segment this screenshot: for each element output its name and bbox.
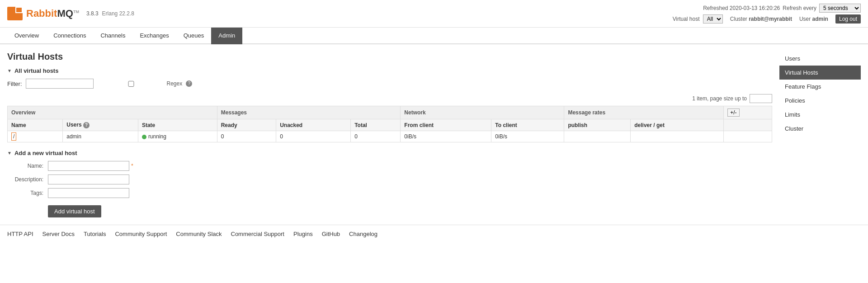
users-help-icon[interactable]: ? <box>83 122 90 128</box>
vhost-unacked-cell: 0 <box>276 131 351 142</box>
col-to-client: To client <box>491 119 564 131</box>
footer-plugins[interactable]: Plugins <box>293 231 313 237</box>
user-info: User admin <box>799 16 828 22</box>
sidebar-item-cluster[interactable]: Cluster <box>779 122 861 136</box>
col-group-overview: Overview <box>8 106 217 119</box>
nav-overview[interactable]: Overview <box>7 28 46 44</box>
footer-http-api[interactable]: HTTP API <box>7 231 33 237</box>
nav-queues[interactable]: Queues <box>176 28 212 44</box>
vhost-ready-cell: 0 <box>217 131 276 142</box>
col-empty <box>724 119 772 131</box>
add-vhost-form: Name: * Description: Tags: Add virtual h… <box>7 161 772 217</box>
vhost-total-cell: 0 <box>351 131 401 142</box>
vhost-publish-cell <box>564 131 631 142</box>
items-count-label: 1 item, page size up to <box>692 95 747 102</box>
sidebar-item-feature-flags[interactable]: Feature Flags <box>779 80 861 94</box>
regex-label[interactable]: Regex <box>97 80 183 87</box>
tags-form-label: Tags: <box>7 190 48 196</box>
all-vhosts-section-header[interactable]: ▼ All virtual hosts <box>7 67 772 74</box>
footer-server-docs[interactable]: Server Docs <box>42 231 75 237</box>
col-group-network: Network <box>401 106 564 119</box>
nav-admin[interactable]: Admin <box>211 28 242 44</box>
nav-exchanges[interactable]: Exchanges <box>132 28 176 44</box>
add-btn-row: Add virtual host <box>7 202 772 217</box>
col-total: Total <box>351 119 401 131</box>
col-users: Users ? <box>63 119 138 131</box>
footer-changelog[interactable]: Changelog <box>349 231 377 237</box>
footer-github[interactable]: GitHub <box>322 231 340 237</box>
vhost-deliver-get-cell <box>631 131 724 142</box>
status-dot <box>142 135 146 139</box>
filter-label: Filter: <box>7 80 22 87</box>
sidebar-item-users[interactable]: Users <box>779 52 861 66</box>
refreshed-timestamp: Refreshed 2020-03-13 16:20:26 <box>703 5 780 11</box>
arrow-down-icon: ▼ <box>7 68 12 73</box>
footer-community-slack[interactable]: Community Slack <box>176 231 222 237</box>
col-publish: publish <box>564 119 631 131</box>
nav-channels[interactable]: Channels <box>93 28 132 44</box>
add-arrow-icon: ▼ <box>7 151 12 156</box>
filter-input[interactable] <box>26 79 94 89</box>
vhosts-table: Overview Messages Network Message rates … <box>7 106 772 142</box>
nav: Overview Connections Channels Exchanges … <box>0 28 868 44</box>
plus-minus-cell[interactable]: +/- <box>724 106 772 119</box>
col-from-client: From client <box>401 119 491 131</box>
vhost-desc-input[interactable] <box>48 175 129 184</box>
version-badge: 3.8.3 <box>86 10 99 17</box>
page-title: Virtual Hosts <box>7 52 772 62</box>
vhost-from-client-cell: 0iB/s <box>401 131 491 142</box>
vhost-users-cell: admin <box>63 131 138 142</box>
header-right: Refreshed 2020-03-13 16:20:26 Refresh ev… <box>673 4 861 24</box>
nav-connections[interactable]: Connections <box>46 28 93 44</box>
logout-button[interactable]: Log out <box>835 14 861 24</box>
vhost-action-cell <box>724 131 772 142</box>
sidebar: Users Virtual Hosts Feature Flags Polici… <box>779 52 861 217</box>
logo-text: RabbitMQTM <box>26 8 79 19</box>
regex-checkbox[interactable] <box>97 81 165 87</box>
virtual-host-select[interactable]: All <box>703 14 723 24</box>
main: Virtual Hosts ▼ All virtual hosts Filter… <box>0 44 868 225</box>
name-form-label: Name: <box>7 163 48 169</box>
plus-minus-btn[interactable]: +/- <box>727 108 739 117</box>
vhost-tags-input[interactable] <box>48 188 129 198</box>
erlang-badge: Erlang 22.2.8 <box>102 10 134 17</box>
section-label: All virtual hosts <box>14 67 59 74</box>
tags-form-row: Tags: <box>7 188 772 198</box>
footer: HTTP API Server Docs Tutorials Community… <box>0 225 868 243</box>
add-section-label: Add a new virtual host <box>14 150 77 156</box>
footer-tutorials[interactable]: Tutorials <box>84 231 106 237</box>
col-group-messages: Messages <box>217 106 401 119</box>
col-ready: Ready <box>217 119 276 131</box>
sidebar-item-virtual-hosts[interactable]: Virtual Hosts <box>779 66 861 80</box>
footer-community-support[interactable]: Community Support <box>115 231 167 237</box>
cluster-info: Cluster rabbit@myrabbit <box>730 16 792 22</box>
help-icon[interactable]: ? <box>186 80 192 87</box>
sidebar-item-policies[interactable]: Policies <box>779 94 861 108</box>
header: RabbitMQTM 3.8.3 Erlang 22.2.8 Refreshed… <box>0 0 868 28</box>
vhost-state-cell: running <box>138 131 217 142</box>
vhost-name-cell[interactable]: / <box>8 131 63 142</box>
col-state: State <box>138 119 217 131</box>
rabbitmq-logo-icon <box>7 7 23 20</box>
items-count-row: 1 item, page size up to 100 <box>7 94 772 103</box>
filter-row: Filter: Regex ? <box>7 79 772 89</box>
desc-form-row: Description: <box>7 175 772 184</box>
logo-area: RabbitMQTM 3.8.3 Erlang 22.2.8 <box>7 7 134 20</box>
col-deliver-get: deliver / get <box>631 119 724 131</box>
page-size-input[interactable]: 100 <box>750 94 772 103</box>
footer-commercial-support[interactable]: Commercial Support <box>231 231 285 237</box>
vhost-name-input[interactable] <box>48 161 129 171</box>
vhost-link[interactable]: / <box>11 132 16 141</box>
name-form-row: Name: * <box>7 161 772 171</box>
svg-rect-2 <box>16 8 22 12</box>
sidebar-item-limits[interactable]: Limits <box>779 108 861 122</box>
col-unacked: Unacked <box>276 119 351 131</box>
refresh-select[interactable]: 5 seconds 10 seconds 30 seconds 60 secon… <box>819 4 861 13</box>
add-vhost-button[interactable]: Add virtual host <box>48 205 101 217</box>
content: Virtual Hosts ▼ All virtual hosts Filter… <box>7 52 772 217</box>
add-vhost-section-header[interactable]: ▼ Add a new virtual host <box>7 150 772 156</box>
col-name: Name <box>8 119 63 131</box>
vhost-to-client-cell: 0iB/s <box>491 131 564 142</box>
required-star: * <box>131 163 133 169</box>
desc-form-label: Description: <box>7 176 48 183</box>
